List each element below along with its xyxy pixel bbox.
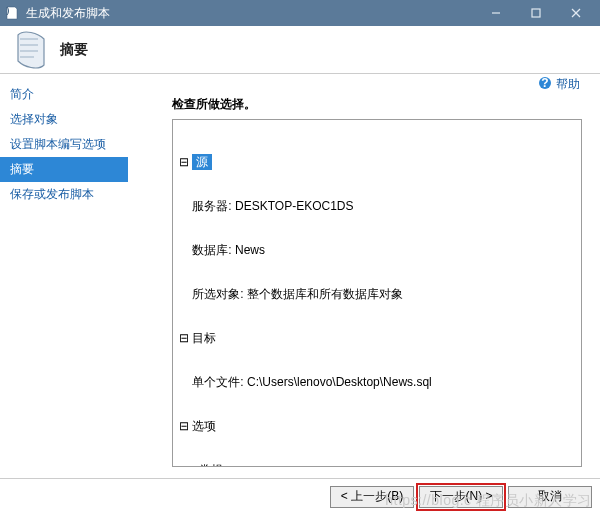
tree-line: 所选对象: 整个数据库和所有数据库对象 xyxy=(179,286,575,302)
window-titlebar: 生成和发布脚本 xyxy=(0,0,600,26)
sidebar-item-select-objects[interactable]: 选择对象 xyxy=(0,107,128,132)
app-icon xyxy=(4,5,20,21)
page-title: 摘要 xyxy=(60,41,88,59)
section-label: 检查所做选择。 xyxy=(172,96,586,113)
help-label: 帮助 xyxy=(556,76,580,93)
tree-root[interactable]: ⊟ 源 xyxy=(179,154,575,170)
sidebar-item-set-scripting-options[interactable]: 设置脚本编写选项 xyxy=(0,132,128,157)
sidebar-item-intro[interactable]: 简介 xyxy=(0,82,128,107)
close-button[interactable] xyxy=(556,0,596,26)
page-icon xyxy=(14,31,48,69)
tree-node-target[interactable]: ⊟ 目标 xyxy=(179,330,575,346)
window-title: 生成和发布脚本 xyxy=(26,5,476,22)
minimize-button[interactable] xyxy=(476,0,516,26)
cancel-button[interactable]: 取消 xyxy=(508,486,592,508)
maximize-button[interactable] xyxy=(516,0,556,26)
tree-node-options[interactable]: ⊟ 选项 xyxy=(179,418,575,434)
previous-button[interactable]: < 上一步(B) xyxy=(330,486,414,508)
summary-tree[interactable]: ⊟ 源 服务器: DESKTOP-EKOC1DS 数据库: News 所选对象:… xyxy=(172,119,582,467)
svg-text:?: ? xyxy=(541,76,548,90)
sidebar-item-summary[interactable]: 摘要 xyxy=(0,157,128,182)
main-panel: ? 帮助 检查所做选择。 ⊟ 源 服务器: DESKTOP-EKOC1DS 数据… xyxy=(128,74,600,478)
tree-line: 单个文件: C:\Users\lenovo\Desktop\News.sql xyxy=(179,374,575,390)
wizard-body: 简介 选择对象 设置脚本编写选项 摘要 保存或发布脚本 ? 帮助 检查所做选择。… xyxy=(0,74,600,478)
tree-root-label: 源 xyxy=(192,154,212,170)
sidebar: 简介 选择对象 设置脚本编写选项 摘要 保存或发布脚本 xyxy=(0,74,128,478)
tree-line: 数据库: News xyxy=(179,242,575,258)
help-link[interactable]: ? 帮助 xyxy=(538,76,580,93)
tree-line: 服务器: DESKTOP-EKOC1DS xyxy=(179,198,575,214)
window-controls xyxy=(476,0,596,26)
wizard-header: 摘要 xyxy=(0,26,600,74)
help-icon: ? xyxy=(538,76,552,93)
svg-rect-1 xyxy=(532,9,540,17)
next-highlight: 下一步(N) > xyxy=(416,483,506,511)
sidebar-item-save-publish[interactable]: 保存或发布脚本 xyxy=(0,182,128,207)
tree-node-general[interactable]: ⊞ 常规 xyxy=(179,462,575,467)
next-button[interactable]: 下一步(N) > xyxy=(419,486,503,508)
wizard-footer: < 上一步(B) 下一步(N) > 取消 https://blog.c 程序员小… xyxy=(0,478,600,514)
